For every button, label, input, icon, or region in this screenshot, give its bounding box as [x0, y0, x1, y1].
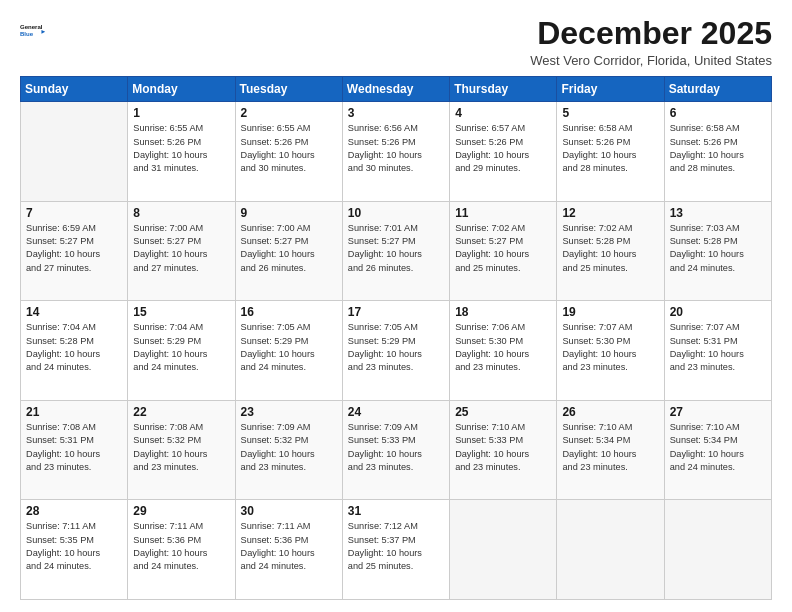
day-info: Sunrise: 7:09 AMSunset: 5:32 PMDaylight:…: [241, 421, 337, 474]
calendar-cell: 25Sunrise: 7:10 AMSunset: 5:33 PMDayligh…: [450, 400, 557, 500]
day-info: Sunrise: 7:08 AMSunset: 5:32 PMDaylight:…: [133, 421, 229, 474]
day-info: Sunrise: 7:09 AMSunset: 5:33 PMDaylight:…: [348, 421, 444, 474]
day-number: 27: [670, 405, 766, 419]
calendar-week-row: 7Sunrise: 6:59 AMSunset: 5:27 PMDaylight…: [21, 201, 772, 301]
day-info: Sunrise: 7:00 AMSunset: 5:27 PMDaylight:…: [241, 222, 337, 275]
weekday-header: Saturday: [664, 77, 771, 102]
calendar-cell: 6Sunrise: 6:58 AMSunset: 5:26 PMDaylight…: [664, 102, 771, 202]
day-number: 3: [348, 106, 444, 120]
day-info: Sunrise: 6:56 AMSunset: 5:26 PMDaylight:…: [348, 122, 444, 175]
day-number: 13: [670, 206, 766, 220]
calendar-cell: 31Sunrise: 7:12 AMSunset: 5:37 PMDayligh…: [342, 500, 449, 600]
calendar-cell: 1Sunrise: 6:55 AMSunset: 5:26 PMDaylight…: [128, 102, 235, 202]
day-number: 28: [26, 504, 122, 518]
calendar-week-row: 14Sunrise: 7:04 AMSunset: 5:28 PMDayligh…: [21, 301, 772, 401]
day-info: Sunrise: 7:10 AMSunset: 5:33 PMDaylight:…: [455, 421, 551, 474]
day-number: 31: [348, 504, 444, 518]
calendar-cell: 28Sunrise: 7:11 AMSunset: 5:35 PMDayligh…: [21, 500, 128, 600]
calendar-cell: 29Sunrise: 7:11 AMSunset: 5:36 PMDayligh…: [128, 500, 235, 600]
calendar-week-row: 1Sunrise: 6:55 AMSunset: 5:26 PMDaylight…: [21, 102, 772, 202]
day-info: Sunrise: 6:59 AMSunset: 5:27 PMDaylight:…: [26, 222, 122, 275]
calendar-cell: 7Sunrise: 6:59 AMSunset: 5:27 PMDaylight…: [21, 201, 128, 301]
location: West Vero Corridor, Florida, United Stat…: [530, 53, 772, 68]
calendar-cell: 17Sunrise: 7:05 AMSunset: 5:29 PMDayligh…: [342, 301, 449, 401]
calendar-cell: 21Sunrise: 7:08 AMSunset: 5:31 PMDayligh…: [21, 400, 128, 500]
calendar-cell: 8Sunrise: 7:00 AMSunset: 5:27 PMDaylight…: [128, 201, 235, 301]
day-info: Sunrise: 7:04 AMSunset: 5:28 PMDaylight:…: [26, 321, 122, 374]
calendar-cell: 19Sunrise: 7:07 AMSunset: 5:30 PMDayligh…: [557, 301, 664, 401]
calendar-cell: 27Sunrise: 7:10 AMSunset: 5:34 PMDayligh…: [664, 400, 771, 500]
svg-text:Blue: Blue: [20, 31, 34, 37]
day-number: 18: [455, 305, 551, 319]
day-info: Sunrise: 6:58 AMSunset: 5:26 PMDaylight:…: [562, 122, 658, 175]
day-info: Sunrise: 7:03 AMSunset: 5:28 PMDaylight:…: [670, 222, 766, 275]
day-number: 23: [241, 405, 337, 419]
day-info: Sunrise: 7:01 AMSunset: 5:27 PMDaylight:…: [348, 222, 444, 275]
day-info: Sunrise: 7:10 AMSunset: 5:34 PMDaylight:…: [670, 421, 766, 474]
day-number: 26: [562, 405, 658, 419]
calendar-cell: [557, 500, 664, 600]
calendar-cell: 5Sunrise: 6:58 AMSunset: 5:26 PMDaylight…: [557, 102, 664, 202]
day-number: 10: [348, 206, 444, 220]
calendar-cell: 22Sunrise: 7:08 AMSunset: 5:32 PMDayligh…: [128, 400, 235, 500]
day-info: Sunrise: 7:00 AMSunset: 5:27 PMDaylight:…: [133, 222, 229, 275]
day-number: 5: [562, 106, 658, 120]
svg-text:General: General: [20, 24, 43, 30]
title-block: December 2025 West Vero Corridor, Florid…: [530, 16, 772, 68]
calendar-cell: 12Sunrise: 7:02 AMSunset: 5:28 PMDayligh…: [557, 201, 664, 301]
calendar-cell: 11Sunrise: 7:02 AMSunset: 5:27 PMDayligh…: [450, 201, 557, 301]
page: GeneralBlue December 2025 West Vero Corr…: [0, 0, 792, 612]
day-number: 8: [133, 206, 229, 220]
day-info: Sunrise: 7:05 AMSunset: 5:29 PMDaylight:…: [241, 321, 337, 374]
calendar-cell: [21, 102, 128, 202]
day-number: 16: [241, 305, 337, 319]
day-number: 17: [348, 305, 444, 319]
day-info: Sunrise: 7:12 AMSunset: 5:37 PMDaylight:…: [348, 520, 444, 573]
day-info: Sunrise: 7:08 AMSunset: 5:31 PMDaylight:…: [26, 421, 122, 474]
day-number: 9: [241, 206, 337, 220]
day-number: 4: [455, 106, 551, 120]
day-info: Sunrise: 6:58 AMSunset: 5:26 PMDaylight:…: [670, 122, 766, 175]
weekday-header: Thursday: [450, 77, 557, 102]
calendar-cell: 4Sunrise: 6:57 AMSunset: 5:26 PMDaylight…: [450, 102, 557, 202]
day-info: Sunrise: 7:07 AMSunset: 5:31 PMDaylight:…: [670, 321, 766, 374]
month-title: December 2025: [530, 16, 772, 51]
day-info: Sunrise: 6:57 AMSunset: 5:26 PMDaylight:…: [455, 122, 551, 175]
day-info: Sunrise: 6:55 AMSunset: 5:26 PMDaylight:…: [241, 122, 337, 175]
calendar-cell: 18Sunrise: 7:06 AMSunset: 5:30 PMDayligh…: [450, 301, 557, 401]
day-number: 12: [562, 206, 658, 220]
calendar-cell: 24Sunrise: 7:09 AMSunset: 5:33 PMDayligh…: [342, 400, 449, 500]
calendar-cell: 26Sunrise: 7:10 AMSunset: 5:34 PMDayligh…: [557, 400, 664, 500]
calendar-cell: 20Sunrise: 7:07 AMSunset: 5:31 PMDayligh…: [664, 301, 771, 401]
day-number: 29: [133, 504, 229, 518]
calendar-cell: 3Sunrise: 6:56 AMSunset: 5:26 PMDaylight…: [342, 102, 449, 202]
calendar-cell: 30Sunrise: 7:11 AMSunset: 5:36 PMDayligh…: [235, 500, 342, 600]
calendar-cell: 9Sunrise: 7:00 AMSunset: 5:27 PMDaylight…: [235, 201, 342, 301]
calendar: SundayMondayTuesdayWednesdayThursdayFrid…: [20, 76, 772, 600]
calendar-cell: [450, 500, 557, 600]
day-info: Sunrise: 7:04 AMSunset: 5:29 PMDaylight:…: [133, 321, 229, 374]
calendar-week-row: 21Sunrise: 7:08 AMSunset: 5:31 PMDayligh…: [21, 400, 772, 500]
calendar-cell: 16Sunrise: 7:05 AMSunset: 5:29 PMDayligh…: [235, 301, 342, 401]
day-number: 15: [133, 305, 229, 319]
calendar-cell: 13Sunrise: 7:03 AMSunset: 5:28 PMDayligh…: [664, 201, 771, 301]
logo: GeneralBlue: [20, 16, 48, 44]
calendar-cell: 2Sunrise: 6:55 AMSunset: 5:26 PMDaylight…: [235, 102, 342, 202]
day-number: 6: [670, 106, 766, 120]
day-number: 2: [241, 106, 337, 120]
logo-icon: GeneralBlue: [20, 16, 48, 44]
calendar-cell: 10Sunrise: 7:01 AMSunset: 5:27 PMDayligh…: [342, 201, 449, 301]
header: GeneralBlue December 2025 West Vero Corr…: [20, 16, 772, 68]
day-number: 20: [670, 305, 766, 319]
day-info: Sunrise: 7:07 AMSunset: 5:30 PMDaylight:…: [562, 321, 658, 374]
day-number: 19: [562, 305, 658, 319]
day-info: Sunrise: 7:11 AMSunset: 5:36 PMDaylight:…: [133, 520, 229, 573]
day-info: Sunrise: 7:05 AMSunset: 5:29 PMDaylight:…: [348, 321, 444, 374]
day-info: Sunrise: 7:11 AMSunset: 5:36 PMDaylight:…: [241, 520, 337, 573]
calendar-cell: 14Sunrise: 7:04 AMSunset: 5:28 PMDayligh…: [21, 301, 128, 401]
weekday-header: Wednesday: [342, 77, 449, 102]
calendar-cell: 23Sunrise: 7:09 AMSunset: 5:32 PMDayligh…: [235, 400, 342, 500]
calendar-cell: [664, 500, 771, 600]
day-info: Sunrise: 7:06 AMSunset: 5:30 PMDaylight:…: [455, 321, 551, 374]
day-number: 21: [26, 405, 122, 419]
